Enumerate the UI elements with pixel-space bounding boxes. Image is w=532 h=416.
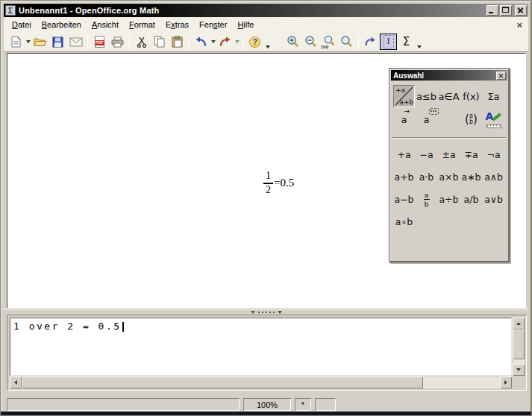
zoom-button[interactable] bbox=[338, 34, 355, 50]
auswahl-title: Auswahl bbox=[393, 72, 424, 80]
zoom-in-icon bbox=[287, 35, 300, 48]
category-attributes[interactable]: → a bbox=[393, 108, 415, 130]
help-button[interactable]: ? bbox=[246, 34, 263, 50]
scroll-left-button[interactable] bbox=[10, 376, 22, 388]
category-operators[interactable]: Σa bbox=[483, 85, 504, 107]
formula-rhs: =0.5 bbox=[274, 177, 294, 189]
menu-fenster[interactable]: Fenster bbox=[194, 18, 232, 31]
cut-button[interactable] bbox=[133, 34, 150, 50]
category-others[interactable]: a bbox=[416, 108, 437, 130]
symbol-a-plus-b[interactable]: a+b bbox=[393, 166, 415, 188]
symbol-neg-a[interactable]: ¬a bbox=[483, 144, 504, 166]
open-folder-icon bbox=[34, 37, 47, 47]
menu-extras[interactable]: Extras bbox=[160, 18, 194, 31]
vertical-scroll-thumb[interactable] bbox=[513, 330, 525, 359]
command-input[interactable]: 1 over 2 = 0.5 bbox=[10, 318, 512, 376]
print-button[interactable] bbox=[109, 34, 126, 50]
minimize-icon bbox=[489, 12, 493, 13]
scroll-up-button[interactable] bbox=[513, 318, 525, 330]
symbol-minusplus-a[interactable]: ∓a bbox=[460, 144, 482, 166]
symbol-minus-a[interactable]: −a bbox=[416, 144, 437, 166]
minimize-button[interactable] bbox=[486, 5, 498, 16]
update-button[interactable] bbox=[362, 34, 379, 50]
auswahl-symbols: +a −a ±a ∓a ¬a a+b a·b a×b a∗b a∧b a−b a… bbox=[389, 139, 509, 237]
undo-dropdown-arrow[interactable] bbox=[211, 40, 216, 43]
close-button[interactable] bbox=[515, 5, 527, 16]
zoom-in-button[interactable] bbox=[284, 34, 301, 50]
redo-arrow-icon bbox=[219, 37, 231, 47]
email-button[interactable] bbox=[67, 34, 84, 50]
new-dropdown-arrow[interactable] bbox=[26, 40, 31, 43]
fraction: 1 2 bbox=[263, 171, 273, 195]
category-unary-binary-operators[interactable]: +a a+b bbox=[393, 85, 415, 107]
sigma-icon: Σ bbox=[403, 35, 410, 48]
formula-cursor-icon: I bbox=[384, 35, 394, 48]
export-pdf-button[interactable]: PDF bbox=[91, 34, 108, 50]
auswahl-divider bbox=[392, 137, 506, 139]
unary-binary-icon: +a a+b bbox=[395, 86, 413, 106]
splitter-handle[interactable] bbox=[258, 312, 275, 313]
toolbar-overflow-button[interactable] bbox=[264, 34, 273, 50]
formula-cursor-button[interactable]: I bbox=[380, 34, 397, 50]
symbol-a-ast-b[interactable]: a∗b bbox=[460, 166, 482, 188]
auswahl-titlebar[interactable]: Auswahl bbox=[391, 70, 507, 81]
paste-button[interactable] bbox=[169, 34, 186, 50]
symbols-catalog-button[interactable]: Σ bbox=[398, 34, 415, 50]
auswahl-close-button[interactable] bbox=[496, 72, 506, 80]
brackets-icon: ( a b ) bbox=[465, 113, 478, 126]
category-relations[interactable]: a≤b bbox=[416, 85, 437, 107]
scroll-down-button[interactable] bbox=[513, 364, 525, 376]
command-horizontal-scrollbar[interactable] bbox=[10, 376, 512, 388]
symbol-plusminus-a[interactable]: ±a bbox=[438, 144, 460, 166]
symbol-a-times-b[interactable]: a×b bbox=[438, 166, 460, 188]
copy-button[interactable] bbox=[151, 34, 168, 50]
zoom-out-button[interactable] bbox=[302, 34, 319, 50]
scroll-right-button[interactable] bbox=[500, 376, 512, 388]
formats-icon: A bbox=[485, 110, 503, 128]
view-splitter[interactable] bbox=[4, 309, 528, 315]
open-button[interactable] bbox=[31, 34, 48, 50]
close-document-icon[interactable]: × bbox=[516, 20, 522, 30]
symbol-a-over-b[interactable]: a b bbox=[416, 189, 437, 210]
status-zoom-field[interactable]: 100% bbox=[243, 398, 291, 411]
undo-button[interactable] bbox=[193, 34, 210, 50]
redo-button[interactable] bbox=[216, 34, 234, 50]
menu-format[interactable]: Format bbox=[124, 18, 160, 31]
menu-ansicht[interactable]: Ansicht bbox=[87, 18, 124, 31]
zoom-100-button[interactable]: 100 bbox=[320, 34, 337, 50]
symbol-a-or-b[interactable]: a∨b bbox=[483, 189, 504, 210]
horizontal-scroll-thumb[interactable] bbox=[22, 376, 423, 388]
titlebar[interactable]: Σ Unbenannt1 - OpenOffice.org Math bbox=[4, 4, 528, 17]
cut-scissors-icon bbox=[137, 37, 147, 48]
menu-hilfe[interactable]: Hilfe bbox=[232, 18, 259, 31]
command-vertical-scrollbar[interactable] bbox=[513, 318, 525, 376]
menu-datei[interactable]: Datei bbox=[7, 18, 37, 31]
printer-icon bbox=[111, 37, 124, 48]
symbol-a-slash-b[interactable]: a/b bbox=[460, 189, 482, 210]
symbol-a-minus-b[interactable]: a−b bbox=[393, 189, 415, 210]
symbol-a-cdot-b[interactable]: a·b bbox=[416, 166, 437, 188]
toolbar-separator bbox=[87, 35, 88, 48]
category-functions[interactable]: f(x) bbox=[460, 85, 482, 107]
zoom-100-label: 100 bbox=[321, 45, 328, 49]
menu-bearbeiten[interactable]: Bearbeiten bbox=[37, 18, 87, 31]
arrow-left-icon bbox=[14, 380, 17, 385]
menubar: Datei Bearbeiten Ansicht Format Extras F… bbox=[4, 17, 528, 32]
arrow-right-icon bbox=[504, 380, 507, 385]
symbol-a-circ-b[interactable]: a∘b bbox=[393, 211, 415, 233]
category-set-operations[interactable]: a∈A bbox=[438, 85, 460, 107]
symbol-plus-a[interactable]: +a bbox=[393, 144, 415, 166]
symbol-a-div-b[interactable]: a÷b bbox=[438, 189, 460, 210]
fraction-numerator: 1 bbox=[266, 171, 271, 182]
new-document-button[interactable] bbox=[7, 34, 25, 50]
horizontal-scroll-track[interactable] bbox=[22, 376, 500, 388]
toolbar-overflow-button[interactable] bbox=[416, 34, 425, 50]
save-button[interactable] bbox=[49, 34, 66, 50]
status-info-field bbox=[7, 398, 240, 411]
maximize-button[interactable] bbox=[500, 5, 512, 16]
redo-dropdown-arrow[interactable] bbox=[235, 40, 240, 43]
category-formats[interactable]: A bbox=[483, 108, 504, 130]
symbol-a-and-b[interactable]: a∧b bbox=[483, 166, 504, 188]
rendered-formula: 1 2 =0.5 bbox=[263, 171, 294, 195]
category-brackets[interactable]: ( a b ) bbox=[460, 108, 482, 130]
